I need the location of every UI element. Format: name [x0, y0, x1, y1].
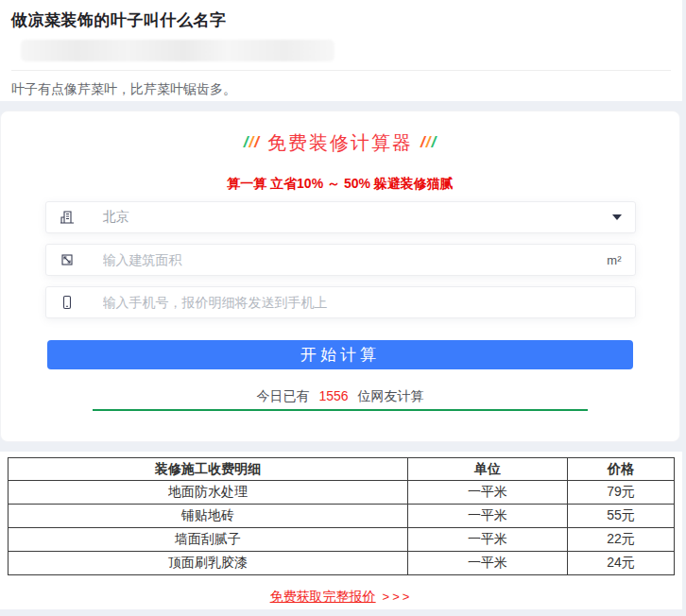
- cell-item: 地面防水处理: [9, 481, 408, 505]
- cell-item: 墙面刮腻子: [9, 528, 408, 552]
- redacted-user-info: [21, 40, 334, 61]
- decorative-slashes-left-icon: ///: [244, 133, 260, 152]
- cell-item: 铺贴地砖: [9, 505, 408, 528]
- counter-count: 1556: [318, 388, 348, 403]
- city-select-value: 北京: [103, 209, 605, 226]
- calculate-button[interactable]: 开始计算: [47, 340, 633, 369]
- header-unit: 单位: [408, 458, 568, 481]
- counter-prefix: 今日已有: [256, 388, 309, 403]
- cell-item: 顶面刷乳胶漆: [9, 552, 408, 575]
- divider: [11, 70, 671, 71]
- quote-link-row: 免费获取完整报价>>>: [8, 588, 675, 606]
- cell-unit: 一平米: [408, 528, 568, 552]
- area-input[interactable]: [103, 252, 600, 267]
- decorative-slashes-right-icon: ///: [420, 133, 437, 152]
- table-row: 地面防水处理 一平米 79元: [9, 481, 675, 505]
- table-row: 铺贴地砖 一平米 55元: [9, 505, 675, 528]
- building-icon: [60, 210, 75, 225]
- calculator-title: 免费装修计算器: [267, 130, 413, 156]
- answer-text: 叶子有点像芹菜叶，比芹菜叶锯齿多。: [11, 81, 671, 98]
- question-title: 做凉菜装饰的叶子叫什么名字: [11, 9, 671, 31]
- mobile-phone-icon: [60, 295, 75, 310]
- cell-unit: 一平米: [408, 481, 568, 505]
- table-row: 顶面刷乳胶漆 一平米 24元: [9, 552, 675, 575]
- cell-price: 24元: [568, 552, 675, 575]
- calculator-subtitle: 算一算 立省10% ～ 50% 躲避装修猫腻: [1, 176, 679, 191]
- phone-field: [45, 286, 636, 318]
- header-item: 装修施工收费明细: [9, 458, 408, 481]
- area-measure-icon: [60, 252, 75, 267]
- usage-counter: 今日已有1556位网友计算: [1, 388, 679, 404]
- full-quote-link[interactable]: 免费获取完整报价: [270, 589, 376, 604]
- calculator-panel: /// 免费装修计算器 /// 算一算 立省10% ～ 50% 躲避装修猫腻 北…: [0, 111, 680, 442]
- cell-price: 22元: [568, 528, 675, 552]
- phone-input[interactable]: [103, 295, 622, 310]
- cell-unit: 一平米: [408, 505, 568, 528]
- table-header-row: 装修施工收费明细 单位 价格: [9, 458, 675, 481]
- table-row: 墙面刮腻子 一平米 22元: [9, 528, 675, 552]
- cell-unit: 一平米: [408, 552, 568, 575]
- city-select[interactable]: 北京: [45, 201, 636, 233]
- counter-suffix: 位网友计算: [358, 388, 424, 403]
- cell-price: 79元: [568, 481, 675, 505]
- header-price: 价格: [568, 458, 675, 481]
- section-gap: [0, 442, 682, 452]
- square-meter-unit: m²: [607, 253, 621, 267]
- question-header: 做凉菜装饰的叶子叫什么名字 叶子有点像芹菜叶，比芹菜叶锯齿多。: [0, 0, 682, 101]
- calculator-title-row: /// 免费装修计算器 ///: [1, 130, 679, 155]
- full-quote-link-arrows[interactable]: >>>: [383, 590, 413, 604]
- chevron-down-icon: [612, 214, 622, 220]
- price-table: 装修施工收费明细 单位 价格 地面防水处理 一平米 79元 铺贴地砖 一平米 5…: [8, 457, 675, 575]
- section-gap: [0, 101, 682, 111]
- cell-price: 55元: [568, 505, 675, 528]
- green-divider: [93, 409, 588, 411]
- area-field: m²: [45, 244, 636, 276]
- price-table-panel: 装修施工收费明细 单位 价格 地面防水处理 一平米 79元 铺贴地砖 一平米 5…: [0, 452, 682, 609]
- page-content: 做凉菜装饰的叶子叫什么名字 叶子有点像芹菜叶，比芹菜叶锯齿多。 /// 免费装修…: [0, 0, 682, 609]
